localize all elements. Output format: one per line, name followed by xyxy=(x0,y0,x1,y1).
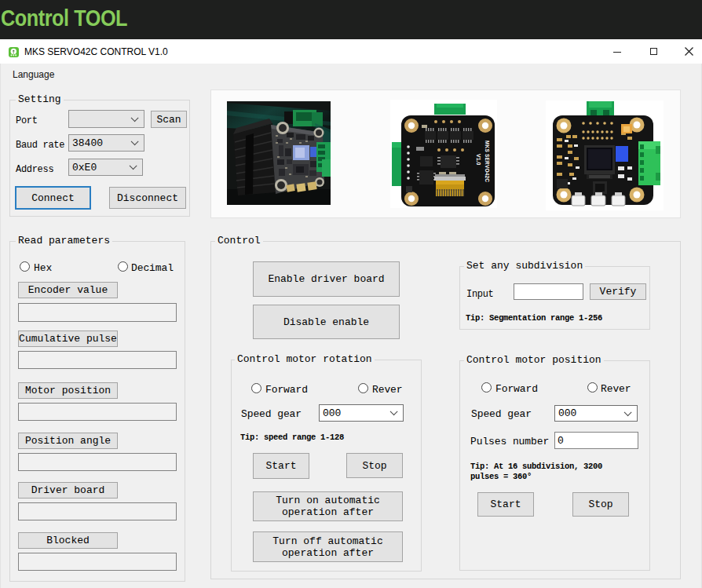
svg-text:MKS SERVO42C: MKS SERVO42C xyxy=(484,141,490,182)
svg-text:V1.0: V1.0 xyxy=(476,154,481,166)
